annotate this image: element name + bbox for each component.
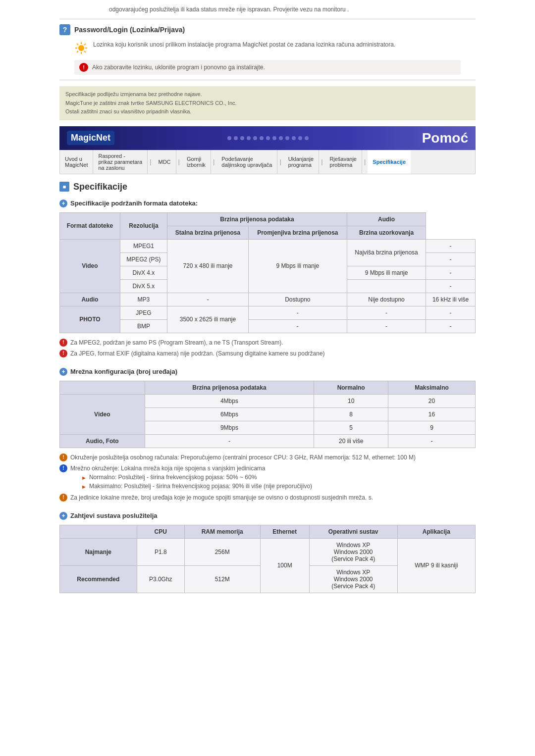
audio-label: Audio xyxy=(60,293,120,306)
net-audio-brzina: - xyxy=(145,434,314,448)
net-col-empty xyxy=(60,381,145,394)
svg-line-7 xyxy=(84,44,86,45)
net-info-icon-2: ! xyxy=(59,464,67,472)
dot xyxy=(260,136,264,140)
net-col-max: Maksimalno xyxy=(388,381,476,394)
sys-col-eth: Ethernet xyxy=(260,525,309,538)
info-icon-2: ! xyxy=(59,350,67,357)
dot xyxy=(227,136,231,140)
page-title: Specifikacije xyxy=(73,182,127,192)
audio-cell3: - xyxy=(426,266,476,279)
net-note2: ! Mrežno okruženje: Lokalna mreža koja n… xyxy=(59,464,476,491)
main-content: ■ Specifikacije + Specifikacije podržani… xyxy=(59,182,476,593)
col-brzina-group: Brzina prijenosa podataka xyxy=(167,212,347,226)
net-9mbps: 9Mbps xyxy=(145,421,314,434)
mpeg1-cell: MPEG1 xyxy=(120,239,167,252)
spec-notice-bar: Specifikacije podliježu izmjenama bez pr… xyxy=(59,86,476,120)
net-4mbps: 4Mbps xyxy=(145,394,314,407)
sys-col-ram: RAM memorija xyxy=(184,525,260,538)
warning-row: ! Ako zaboravite lozinku, uklonite progr… xyxy=(74,60,461,75)
table-row: Najmanje P1.8 256M 100M Windows XPWindow… xyxy=(60,538,476,565)
dot xyxy=(272,136,276,140)
dot xyxy=(285,136,289,140)
sys-recommended-ram: 512M xyxy=(184,565,260,593)
sys-recommended-os: Windows XPWindows 2000(Service Pack 4) xyxy=(309,565,397,593)
password-title-text: Password/Login (Lozinka/Prijava) xyxy=(74,26,185,34)
tab-raspored[interactable]: Raspored -prikaz parametarana zaslonu xyxy=(93,150,148,174)
tab-rjesavanje[interactable]: Rješavanjeproblema xyxy=(325,150,362,174)
divx4-cell: DivX 4.x xyxy=(120,266,167,279)
audio-cell4: - xyxy=(426,279,476,293)
col-rezolucija: Rezolucija xyxy=(120,212,167,239)
sys-najmanje-os: Windows XPWindows 2000(Service Pack 4) xyxy=(309,538,397,565)
password-body: Lozinka koju korisnik unosi prilikom ins… xyxy=(59,40,476,55)
sys-col-cpu: CPU xyxy=(137,525,184,538)
table-row: Audio, Foto - 20 ili više - xyxy=(60,434,476,448)
net-col-normalno: Normalno xyxy=(314,381,388,394)
section1-title: + Specifikacije podržanih formata datote… xyxy=(59,200,476,207)
note1: ! Za MPEG2, podržan je samo PS (Program … xyxy=(59,338,476,347)
tab-podesavanje[interactable]: Podešavanjedaljinskog upravljača xyxy=(216,150,277,174)
network-table: Brzina prijenosa podataka Normalno Maksi… xyxy=(59,381,476,448)
tab-divider3: | xyxy=(211,150,216,174)
dot xyxy=(292,136,296,140)
audio-cell1: - xyxy=(426,239,476,252)
logo-dots xyxy=(124,136,412,140)
net-9mbps-norm: 5 xyxy=(314,421,388,434)
tab-uvod[interactable]: Uvod uMagicNet xyxy=(60,150,93,174)
tab-mdc[interactable]: MDC xyxy=(154,150,176,174)
dot xyxy=(298,136,302,140)
warning-text: Ako zaboravite lozinku, uklonite program… xyxy=(92,64,265,71)
net-6mbps: 6Mbps xyxy=(145,407,314,421)
svg-line-6 xyxy=(84,51,86,52)
svg-line-5 xyxy=(77,44,78,45)
promjenjiva-cell-9: 9 Mbps ili manje xyxy=(347,266,426,279)
sys-eth: 100M xyxy=(260,538,309,593)
tab-gornji[interactable]: Gornjiizbornik xyxy=(182,150,211,174)
dot xyxy=(305,136,309,140)
sys-najmanje-cpu: P1.8 xyxy=(137,538,184,565)
bmp-cell: BMP xyxy=(120,319,167,333)
dot xyxy=(253,136,257,140)
net-note3: ! Za jedinice lokalne mreže, broj uređaj… xyxy=(59,493,476,502)
svg-line-8 xyxy=(77,51,78,52)
sys-req-table: CPU RAM memorija Ethernet Operativni sus… xyxy=(59,525,476,593)
arrow-icon-1: ► xyxy=(81,474,87,482)
net-9mbps-max: 9 xyxy=(388,421,476,434)
sys-col-empty xyxy=(60,525,137,538)
net-note1: ! Okruženje poslužitelja osobnog računal… xyxy=(59,453,476,462)
sys-najmanje-label: Najmanje xyxy=(60,538,137,565)
table-row: Video 4Mbps 10 20 xyxy=(60,394,476,407)
jpeg-cell: JPEG xyxy=(120,306,167,319)
audio-16khz-cell: 16 kHz ili više xyxy=(426,293,476,306)
format-table: Format datoteke Rezolucija Brzina prijen… xyxy=(59,212,476,333)
table-row: BMP - - - xyxy=(60,319,476,333)
section3-title: + Zahtjevi sustava poslužitelja xyxy=(59,512,476,520)
col-stalna: Stalna brzina prijenosa xyxy=(167,226,249,239)
page-title-icon: ■ xyxy=(59,182,69,192)
net-info-icon-3: ! xyxy=(59,494,67,502)
audio-promjenjiva-cell: Nije dostupno xyxy=(347,293,426,306)
note2: ! Za JPEG, format EXIF (digitalna kamera… xyxy=(59,349,476,358)
password-note: Lozinka koju korisnik unosi prilikom ins… xyxy=(93,40,395,49)
divx5-cell: DivX 5.x xyxy=(120,279,167,293)
sys-recommended-cpu: P3.0Ghz xyxy=(137,565,184,593)
password-section: ? Password/Login (Lozinka/Prijava) Lozin… xyxy=(59,19,476,80)
photo-stalna-1: - xyxy=(248,306,347,319)
net-audio-label: Audio, Foto xyxy=(60,434,145,448)
magicnet-logo[interactable]: MagicNet xyxy=(67,131,114,145)
col-uzorkovanje: Brzina uzorkovanja xyxy=(347,226,426,239)
mpeg2-cell: MPEG2 (PS) xyxy=(120,252,167,266)
net-6mbps-norm: 8 xyxy=(314,407,388,421)
sun-icon xyxy=(74,41,88,55)
dot xyxy=(240,136,244,140)
net-audio-norm: 20 ili više xyxy=(314,434,388,448)
photo-promj-1: - xyxy=(347,306,426,319)
dot xyxy=(234,136,238,140)
resolution-cell: 720 x 480 ili manje xyxy=(167,239,249,293)
tab-divider5: | xyxy=(319,150,324,174)
tab-specifikacije[interactable]: Specifikacije xyxy=(368,150,411,174)
tab-divider4: | xyxy=(277,150,283,174)
tab-uklanjanje[interactable]: Uklanjanjeprograma xyxy=(283,150,319,174)
sys-col-os: Operativni sustav xyxy=(309,525,397,538)
